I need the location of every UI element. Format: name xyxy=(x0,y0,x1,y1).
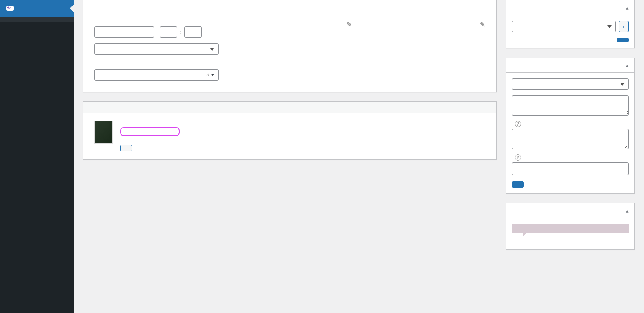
shipping-column: ✎ xyxy=(361,21,485,81)
item-qty xyxy=(347,121,393,151)
status-select[interactable] xyxy=(94,43,218,55)
apply-action-button[interactable]: › xyxy=(619,21,629,32)
items-header xyxy=(83,102,496,113)
item-total xyxy=(393,121,439,151)
general-column: : xyxy=(94,21,218,81)
item-tax xyxy=(439,121,485,151)
main-content: : xyxy=(74,0,644,313)
generate-invoice-button[interactable] xyxy=(120,145,132,151)
save-tracking-button[interactable] xyxy=(512,181,524,188)
shipment-date-input[interactable] xyxy=(512,162,629,175)
admin-sidebar xyxy=(0,0,74,313)
update-button[interactable] xyxy=(617,38,629,42)
shipment-tracking-box: ▴ ? ? xyxy=(506,58,635,194)
order-note xyxy=(512,224,629,233)
tracking-provider-select[interactable] xyxy=(512,78,629,90)
active-arrow-icon xyxy=(70,5,74,12)
woocommerce-icon xyxy=(6,4,15,13)
order-details-box: : xyxy=(83,0,497,92)
hour-input[interactable] xyxy=(160,26,177,38)
sidebar-item-woocommerce[interactable] xyxy=(0,0,74,17)
edit-billing-icon[interactable]: ✎ xyxy=(346,21,352,28)
descriptions-textarea[interactable] xyxy=(512,129,629,149)
customer-select[interactable]: × ▾ xyxy=(94,69,218,81)
item-cost xyxy=(301,121,347,151)
chevron-down-icon: ▾ xyxy=(211,71,214,78)
help-icon[interactable]: ? xyxy=(515,121,521,127)
item-row xyxy=(83,113,496,159)
woocommerce-submenu xyxy=(0,17,74,22)
tracking-ids-textarea[interactable] xyxy=(512,95,629,116)
billing-column: ✎ xyxy=(228,21,352,81)
collapse-icon[interactable]: ▴ xyxy=(626,4,629,11)
help-icon[interactable]: ? xyxy=(515,154,521,161)
clear-customer-icon[interactable]: × xyxy=(206,71,210,78)
payable-breakdown-box xyxy=(120,127,180,136)
collapse-icon[interactable]: ▴ xyxy=(626,62,629,69)
edit-shipping-icon[interactable]: ✎ xyxy=(480,21,485,28)
minute-input[interactable] xyxy=(184,26,202,38)
order-actions-box: ▴ › xyxy=(506,0,635,48)
product-thumbnail xyxy=(94,121,113,144)
order-items-box xyxy=(83,101,497,160)
date-input[interactable] xyxy=(94,26,154,38)
collapse-icon[interactable]: ▴ xyxy=(626,207,629,214)
order-action-select[interactable] xyxy=(512,21,616,32)
order-notes-box: ▴ xyxy=(506,203,635,250)
